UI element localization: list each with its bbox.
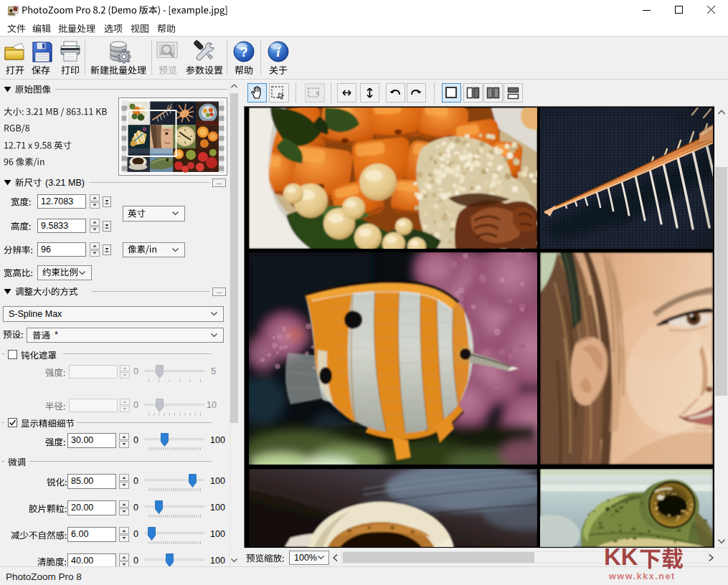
svg-text:?: ?: [240, 45, 248, 60]
svg-text:i: i: [276, 44, 280, 60]
